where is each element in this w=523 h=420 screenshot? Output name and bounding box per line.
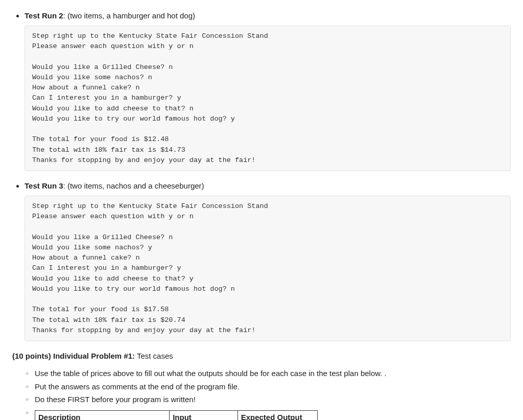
test-run-2-output: Step right up to the Kentucky State Fair…	[25, 26, 511, 171]
problem-bullet-2: Do these FIRST before your program is wr…	[26, 394, 511, 405]
test-plan-table: Description Input Expected Output 5 or 6…	[35, 410, 318, 420]
test-run-3-desc: : (two items, nachos and a cheeseburger)	[63, 181, 204, 190]
test-run-3-item: Test Run 3: (two items, nachos and a che…	[25, 180, 511, 341]
problem-points: (10 points) Individual Problem #1:	[12, 352, 135, 360]
problem-title: Test cases	[135, 352, 173, 360]
problem-bullet-0: Use the table of prices above to fill ou…	[26, 368, 511, 379]
th-description: Description	[35, 411, 170, 421]
main-list: Test Run 2: (two items, a hamburger and …	[12, 10, 511, 341]
table-header-row: Description Input Expected Output	[35, 411, 318, 421]
table-bullet: Description Input Expected Output 5 or 6…	[26, 407, 511, 420]
th-output: Expected Output	[237, 411, 317, 421]
problem-header: (10 points) Individual Problem #1: Test …	[12, 351, 511, 362]
test-run-2-item: Test Run 2: (two items, a hamburger and …	[25, 10, 511, 171]
problem-bullet-1: Put the answers as comments at the end o…	[26, 381, 511, 392]
test-run-2-label: Test Run 2	[25, 11, 63, 20]
th-input: Input	[170, 411, 238, 421]
test-run-2-desc: : (two items, a hamburger and hot dog)	[63, 11, 195, 20]
test-run-3-label: Test Run 3	[25, 181, 63, 190]
problem-bullets: Use the table of prices above to fill ou…	[12, 368, 511, 420]
test-run-3-output: Step right up to the Kentucky State Fair…	[25, 196, 511, 341]
